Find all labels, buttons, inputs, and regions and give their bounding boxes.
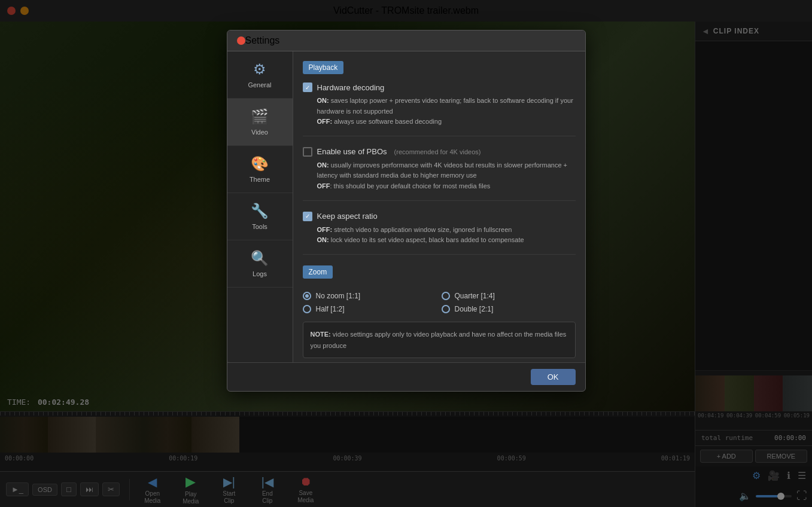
- settings-close-button[interactable]: [237, 36, 245, 45]
- settings-nav-theme[interactable]: 🎨 Theme: [227, 146, 293, 193]
- zoom-double[interactable]: Double [2:1]: [442, 305, 576, 313]
- settings-nav-general[interactable]: ⚙ General: [227, 51, 293, 99]
- hardware-decoding-header: ✓ Hardware decoding: [303, 83, 576, 92]
- pbos-header: Enable use of PBOs (recommended for 4K v…: [303, 147, 576, 157]
- settings-video-icon: 🎬: [251, 108, 269, 125]
- zoom-quarter-label: Quarter [1:4]: [455, 292, 495, 300]
- settings-footer: OK: [227, 362, 585, 391]
- settings-tools-label: Tools: [252, 223, 267, 230]
- pbos-off-label: OFF: [317, 182, 330, 190]
- settings-general-label: General: [248, 81, 271, 88]
- settings-nav-tools[interactable]: 🔧 Tools: [227, 193, 293, 240]
- hardware-off-label: OFF:: [317, 118, 333, 125]
- zoom-no-zoom[interactable]: No zoom [1:1]: [303, 292, 437, 300]
- playback-label: Playback: [303, 61, 344, 74]
- pbos-label: Enable use of PBOs: [317, 147, 387, 156]
- zoom-half-label: Half [1:2]: [316, 305, 345, 313]
- pbos-on-label: ON:: [317, 161, 329, 169]
- settings-logs-icon: 🔍: [251, 250, 269, 267]
- aspect-ratio-desc: OFF: stretch video to application window…: [303, 225, 576, 246]
- aspect-ratio-label: Keep aspect ratio: [317, 212, 378, 221]
- pbos-option: Enable use of PBOs (recommended for 4K v…: [303, 147, 576, 201]
- aspect-on-label: ON:: [317, 236, 329, 243]
- settings-video-label: Video: [251, 129, 268, 136]
- settings-title: Settings: [245, 35, 280, 46]
- zoom-options: No zoom [1:1] Quarter [1:4] Half [1:2] D…: [303, 292, 576, 313]
- hardware-decoding-label: Hardware decoding: [317, 83, 385, 92]
- settings-general-icon: ⚙: [253, 61, 266, 78]
- zoom-double-label: Double [2:1]: [455, 305, 494, 313]
- zoom-label: Zoom: [303, 265, 333, 279]
- hardware-decoding-checkbox[interactable]: ✓: [303, 83, 312, 92]
- settings-note-text: NOTE: video settings apply only to video…: [311, 331, 567, 350]
- settings-sidebar: ⚙ General 🎬 Video 🎨 Theme 🔧 Tools 🔍: [227, 51, 293, 362]
- zoom-section-title: Zoom: [303, 265, 576, 287]
- zoom-quarter[interactable]: Quarter [1:4]: [442, 292, 576, 300]
- settings-theme-label: Theme: [250, 176, 270, 183]
- pbos-desc: ON: usually improves performance with 4K…: [303, 160, 576, 192]
- settings-nav-logs[interactable]: 🔍 Logs: [227, 240, 293, 288]
- settings-tools-icon: 🔧: [251, 203, 269, 219]
- pbos-recommend: (recommended for 4K videos): [394, 148, 481, 155]
- aspect-off-label: OFF:: [317, 226, 333, 233]
- zoom-quarter-radio[interactable]: [442, 292, 450, 300]
- aspect-ratio-option: ✓ Keep aspect ratio OFF: stretch video t…: [303, 212, 576, 255]
- zoom-no-zoom-label: No zoom [1:1]: [316, 292, 361, 300]
- hardware-on-label: ON:: [317, 97, 329, 104]
- aspect-ratio-checkbox[interactable]: ✓: [303, 212, 312, 221]
- hardware-decoding-desc: ON: saves laptop power + prevents video …: [303, 96, 576, 127]
- settings-content: Playback ✓ Hardware decoding ON: saves l…: [293, 51, 585, 362]
- settings-body: ⚙ General 🎬 Video 🎨 Theme 🔧 Tools 🔍: [227, 51, 585, 362]
- settings-note: NOTE: video settings apply only to video…: [303, 322, 576, 358]
- pbos-checkbox[interactable]: [303, 147, 312, 157]
- zoom-half-radio[interactable]: [303, 305, 311, 313]
- settings-titlebar: Settings: [227, 30, 585, 51]
- aspect-ratio-header: ✓ Keep aspect ratio: [303, 212, 576, 221]
- playback-section-title: Playback: [303, 61, 576, 83]
- settings-overlay: Settings ⚙ General 🎬 Video 🎨 Theme 🔧: [0, 0, 812, 507]
- ok-button[interactable]: OK: [531, 369, 576, 385]
- settings-theme-icon: 🎨: [251, 155, 269, 172]
- settings-dialog: Settings ⚙ General 🎬 Video 🎨 Theme 🔧: [227, 30, 586, 392]
- settings-logs-label: Logs: [253, 270, 267, 277]
- zoom-half[interactable]: Half [1:2]: [303, 305, 437, 313]
- zoom-double-radio[interactable]: [442, 305, 450, 313]
- hardware-decoding-option: ✓ Hardware decoding ON: saves laptop pow…: [303, 83, 576, 136]
- zoom-no-zoom-radio[interactable]: [303, 292, 311, 300]
- settings-nav-video[interactable]: 🎬 Video: [227, 99, 293, 146]
